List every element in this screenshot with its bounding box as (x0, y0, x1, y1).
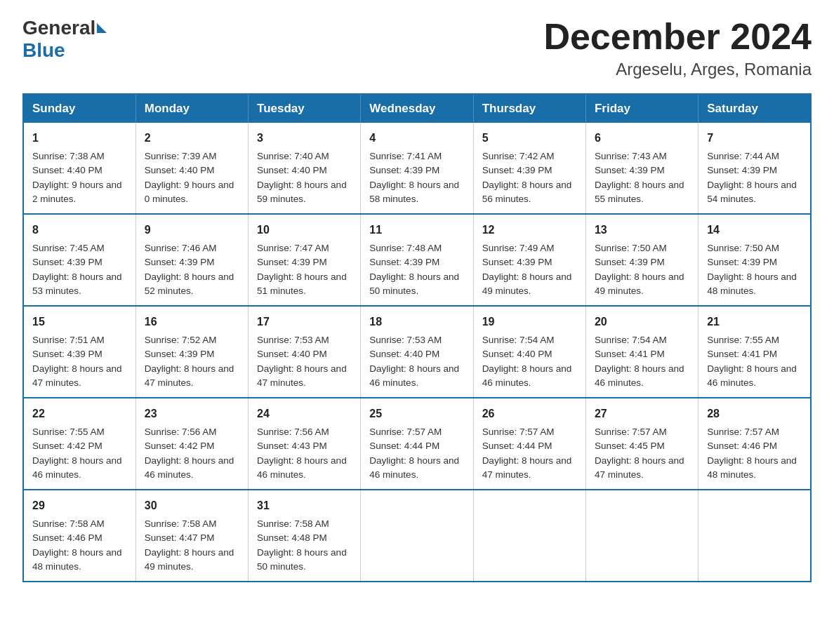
sunrise-text: Sunrise: 7:50 AM (707, 243, 779, 253)
daylight-text: Daylight: 8 hours and 47 minutes. (32, 363, 122, 388)
day-number: 24 (257, 405, 352, 422)
calendar-cell: 29Sunrise: 7:58 AMSunset: 4:46 PMDayligh… (23, 490, 135, 582)
sunset-text: Sunset: 4:40 PM (145, 165, 215, 175)
daylight-text: Daylight: 8 hours and 56 minutes. (482, 180, 572, 204)
daylight-text: Daylight: 8 hours and 52 minutes. (145, 271, 234, 296)
sunset-text: Sunset: 4:44 PM (482, 441, 552, 451)
daylight-text: Daylight: 8 hours and 46 minutes. (595, 363, 684, 388)
sunrise-text: Sunrise: 7:57 AM (369, 427, 442, 437)
sunset-text: Sunset: 4:39 PM (369, 165, 439, 175)
calendar-cell: 13Sunrise: 7:50 AMSunset: 4:39 PMDayligh… (585, 214, 698, 306)
sunset-text: Sunset: 4:39 PM (145, 349, 215, 359)
daylight-text: Daylight: 8 hours and 48 minutes. (32, 547, 122, 572)
sunset-text: Sunset: 4:39 PM (707, 165, 777, 175)
daylight-text: Daylight: 8 hours and 48 minutes. (707, 455, 797, 480)
sunrise-text: Sunrise: 7:55 AM (707, 335, 779, 345)
sunrise-text: Sunrise: 7:43 AM (595, 151, 667, 161)
day-number: 2 (145, 130, 239, 147)
daylight-text: Daylight: 8 hours and 59 minutes. (257, 180, 347, 204)
sunset-text: Sunset: 4:39 PM (595, 165, 665, 175)
calendar-cell (473, 490, 585, 582)
sunrise-text: Sunrise: 7:41 AM (369, 151, 442, 161)
sunrise-text: Sunrise: 7:56 AM (257, 427, 329, 437)
sunset-text: Sunset: 4:42 PM (145, 441, 215, 451)
calendar-cell: 30Sunrise: 7:58 AMSunset: 4:47 PMDayligh… (135, 490, 248, 582)
daylight-text: Daylight: 8 hours and 46 minutes. (257, 455, 347, 480)
sunset-text: Sunset: 4:40 PM (369, 349, 439, 359)
calendar-cell: 25Sunrise: 7:57 AMSunset: 4:44 PMDayligh… (361, 398, 473, 490)
sunset-text: Sunset: 4:39 PM (32, 349, 102, 359)
week-row-3: 15Sunrise: 7:51 AMSunset: 4:39 PMDayligh… (23, 306, 811, 398)
week-row-1: 1Sunrise: 7:38 AMSunset: 4:40 PMDaylight… (23, 123, 811, 214)
sunset-text: Sunset: 4:41 PM (595, 349, 665, 359)
calendar-cell: 4Sunrise: 7:41 AMSunset: 4:39 PMDaylight… (361, 123, 473, 214)
sunset-text: Sunset: 4:41 PM (707, 349, 777, 359)
header-row: SundayMondayTuesdayWednesdayThursdayFrid… (23, 94, 811, 123)
daylight-text: Daylight: 8 hours and 49 minutes. (595, 271, 684, 296)
sunset-text: Sunset: 4:46 PM (707, 441, 777, 451)
day-number: 22 (32, 405, 127, 422)
sunrise-text: Sunrise: 7:54 AM (482, 335, 555, 345)
daylight-text: Daylight: 8 hours and 46 minutes. (369, 455, 459, 480)
sunset-text: Sunset: 4:39 PM (482, 257, 552, 267)
page-header: General Blue December 2024 Argeselu, Arg… (22, 17, 812, 79)
sunrise-text: Sunrise: 7:53 AM (369, 335, 442, 345)
calendar-cell (699, 490, 811, 582)
day-number: 1 (32, 130, 127, 147)
calendar-cell (361, 490, 473, 582)
sunrise-text: Sunrise: 7:52 AM (145, 335, 217, 345)
calendar-cell: 31Sunrise: 7:58 AMSunset: 4:48 PMDayligh… (249, 490, 361, 582)
day-number: 30 (145, 497, 239, 514)
calendar-table: SundayMondayTuesdayWednesdayThursdayFrid… (22, 93, 812, 582)
calendar-cell: 11Sunrise: 7:48 AMSunset: 4:39 PMDayligh… (361, 214, 473, 306)
day-number: 25 (369, 405, 464, 422)
sunrise-text: Sunrise: 7:53 AM (257, 335, 329, 345)
daylight-text: Daylight: 8 hours and 46 minutes. (707, 363, 797, 388)
sunrise-text: Sunrise: 7:58 AM (257, 518, 329, 529)
day-number: 4 (369, 130, 464, 147)
day-number: 7 (707, 130, 802, 147)
calendar-cell: 7Sunrise: 7:44 AMSunset: 4:39 PMDaylight… (699, 123, 811, 214)
day-number: 19 (482, 314, 577, 330)
calendar-cell: 6Sunrise: 7:43 AMSunset: 4:39 PMDaylight… (585, 123, 698, 214)
sunrise-text: Sunrise: 7:49 AM (482, 243, 555, 253)
sunset-text: Sunset: 4:39 PM (595, 257, 665, 267)
daylight-text: Daylight: 9 hours and 2 minutes. (32, 180, 122, 204)
sunrise-text: Sunrise: 7:44 AM (707, 151, 779, 161)
sunset-text: Sunset: 4:39 PM (257, 257, 327, 267)
calendar-cell (585, 490, 698, 582)
calendar-cell: 10Sunrise: 7:47 AMSunset: 4:39 PMDayligh… (249, 214, 361, 306)
calendar-cell: 3Sunrise: 7:40 AMSunset: 4:40 PMDaylight… (249, 123, 361, 214)
daylight-text: Daylight: 8 hours and 53 minutes. (32, 271, 122, 296)
calendar-cell: 9Sunrise: 7:46 AMSunset: 4:39 PMDaylight… (135, 214, 248, 306)
calendar-cell: 1Sunrise: 7:38 AMSunset: 4:40 PMDaylight… (23, 123, 135, 214)
daylight-text: Daylight: 8 hours and 55 minutes. (595, 180, 684, 204)
day-number: 26 (482, 405, 577, 422)
logo-arrow-icon (97, 23, 107, 33)
sunset-text: Sunset: 4:42 PM (32, 441, 102, 451)
day-number: 14 (707, 222, 802, 239)
day-number: 17 (257, 314, 352, 330)
daylight-text: Daylight: 8 hours and 49 minutes. (145, 547, 234, 572)
calendar-cell: 20Sunrise: 7:54 AMSunset: 4:41 PMDayligh… (585, 306, 698, 398)
day-number: 16 (145, 314, 239, 330)
week-row-5: 29Sunrise: 7:58 AMSunset: 4:46 PMDayligh… (23, 490, 811, 582)
sunrise-text: Sunrise: 7:47 AM (257, 243, 329, 253)
day-number: 5 (482, 130, 577, 147)
daylight-text: Daylight: 8 hours and 46 minutes. (369, 363, 459, 388)
sunset-text: Sunset: 4:40 PM (257, 165, 327, 175)
day-number: 31 (257, 497, 352, 514)
day-number: 3 (257, 130, 352, 147)
sunrise-text: Sunrise: 7:57 AM (707, 427, 779, 437)
logo-general-text: General (22, 17, 95, 39)
day-header-sunday: Sunday (23, 94, 135, 123)
sunrise-text: Sunrise: 7:55 AM (32, 427, 105, 437)
calendar-cell: 14Sunrise: 7:50 AMSunset: 4:39 PMDayligh… (699, 214, 811, 306)
logo-blue-text: Blue (22, 39, 65, 62)
calendar-cell: 21Sunrise: 7:55 AMSunset: 4:41 PMDayligh… (699, 306, 811, 398)
daylight-text: Daylight: 8 hours and 54 minutes. (707, 180, 797, 204)
calendar-cell: 2Sunrise: 7:39 AMSunset: 4:40 PMDaylight… (135, 123, 248, 214)
calendar-cell: 24Sunrise: 7:56 AMSunset: 4:43 PMDayligh… (249, 398, 361, 490)
calendar-cell: 23Sunrise: 7:56 AMSunset: 4:42 PMDayligh… (135, 398, 248, 490)
day-number: 13 (595, 222, 689, 239)
